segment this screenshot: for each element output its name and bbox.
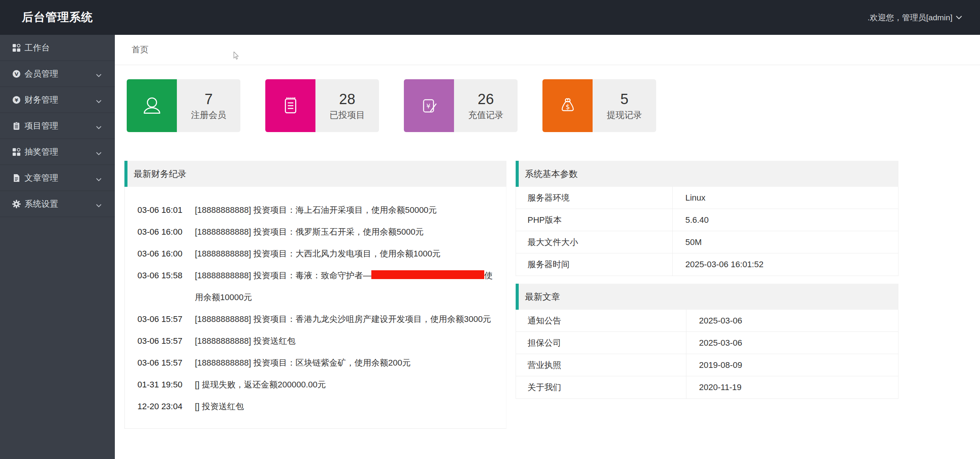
stat-card-invested[interactable]: 28 已投项目 bbox=[265, 79, 379, 132]
chevron-down-icon bbox=[956, 15, 962, 20]
table-row: PHP版本 5.6.40 bbox=[516, 209, 898, 231]
user-menu[interactable]: .欢迎您，管理员[admin] bbox=[867, 12, 980, 23]
member-circle-icon: V bbox=[12, 70, 21, 78]
record-text: [] 投资送红包 bbox=[195, 395, 498, 417]
record-date: 03-06 15:57 bbox=[137, 330, 195, 352]
chevron-down-icon bbox=[96, 202, 102, 209]
stat-label: 充值记录 bbox=[468, 109, 503, 121]
invest-clipboard-icon bbox=[265, 79, 315, 132]
finance-record-redacted: 03-06 15:58 [18888888888] 投资项目：毒液：致命守护者—… bbox=[137, 265, 498, 308]
sidebar-item-label: 系统设置 bbox=[24, 198, 58, 210]
sidebar-item-label: 会员管理 bbox=[24, 68, 58, 80]
stat-card-members[interactable]: 7 注册会员 bbox=[127, 79, 240, 132]
record-date: 12-20 23:04 bbox=[137, 395, 195, 417]
record-text: [18888888888] 投资送红包 bbox=[195, 330, 498, 352]
lottery-grid-icon bbox=[12, 148, 21, 156]
table-row: 服务器环境 Linux bbox=[516, 187, 898, 209]
record-date: 03-06 16:01 bbox=[137, 199, 195, 221]
right-column: 系统基本参数 服务器环境 Linux PHP版本 5.6.40 最大文件大小 5… bbox=[516, 161, 898, 399]
sidebar-item-finance[interactable]: ¥ 财务管理 bbox=[0, 87, 115, 113]
welcome-text: .欢迎您，管理员[admin] bbox=[867, 12, 952, 23]
article-title: 通知公告 bbox=[516, 310, 686, 332]
record-date: 03-06 16:00 bbox=[137, 243, 195, 265]
param-label: 最大文件大小 bbox=[516, 231, 673, 253]
sidebar-item-projects[interactable]: 项目管理 bbox=[0, 113, 115, 139]
param-value: 5.6.40 bbox=[673, 209, 898, 231]
sidebar-item-label: 项目管理 bbox=[24, 120, 58, 132]
table-row: 服务器时间 2025-03-06 16:01:52 bbox=[516, 253, 898, 276]
record-text: [18888888888] 投资项目：海上石油开采项目，使用余额50000元 bbox=[195, 199, 498, 221]
finance-record: 03-06 16:00 [18888888888] 投资项目：俄罗斯玉石开采，使… bbox=[137, 221, 498, 243]
param-value: Linux bbox=[673, 187, 898, 209]
record-text: [18888888888] 投资项目：大西北风力发电项目，使用余额1000元 bbox=[195, 243, 498, 265]
stat-label: 提现记录 bbox=[607, 109, 642, 121]
sidebar-item-lottery[interactable]: 抽奖管理 bbox=[0, 139, 115, 165]
param-value: 50M bbox=[673, 231, 898, 253]
article-date: 2019-08-09 bbox=[686, 354, 898, 376]
dashboard-icon bbox=[12, 44, 21, 52]
article-doc-icon bbox=[12, 174, 21, 182]
param-label: 服务器时间 bbox=[516, 253, 673, 276]
app-title: 后台管理系统 bbox=[0, 10, 93, 25]
finance-circle-icon: ¥ bbox=[12, 96, 21, 104]
system-params-panel: 系统基本参数 服务器环境 Linux PHP版本 5.6.40 最大文件大小 5… bbox=[516, 161, 898, 276]
article-date: 2020-11-19 bbox=[686, 376, 898, 399]
article-title: 关于我们 bbox=[516, 376, 686, 399]
system-params-table: 服务器环境 Linux PHP版本 5.6.40 最大文件大小 50M 服务器时… bbox=[516, 187, 898, 276]
finance-panel: 最新财务纪录 03-06 16:01 [18888888888] 投资项目：海上… bbox=[124, 161, 506, 429]
record-date: 03-06 15:57 bbox=[137, 308, 195, 330]
stat-card-withdraw[interactable]: $ 5 提现记录 bbox=[542, 79, 656, 132]
param-label: PHP版本 bbox=[516, 209, 673, 231]
finance-record: 03-06 16:01 [18888888888] 投资项目：海上石油开采项目，… bbox=[137, 199, 498, 221]
stat-label: 注册会员 bbox=[191, 109, 226, 121]
gear-icon bbox=[12, 200, 21, 208]
articles-panel-header: 最新文章 bbox=[516, 284, 898, 310]
sidebar-item-settings[interactable]: 系统设置 bbox=[0, 191, 115, 217]
stat-value: 26 bbox=[478, 91, 494, 108]
chevron-down-icon bbox=[96, 72, 102, 79]
record-date: 03-06 15:57 bbox=[137, 352, 195, 374]
articles-table: 通知公告 2025-03-06 担保公司 2025-03-06 营业执照 201… bbox=[516, 310, 898, 399]
svg-text:¥: ¥ bbox=[426, 103, 430, 110]
redaction-block bbox=[371, 270, 484, 279]
sidebar-item-label: 工作台 bbox=[24, 42, 50, 54]
finance-record: 03-06 15:57 [18888888888] 投资项目：区块链紫金矿，使用… bbox=[137, 352, 498, 374]
sidebar: 工作台 V 会员管理 ¥ 财务管理 bbox=[0, 35, 115, 459]
table-row[interactable]: 营业执照 2019-08-09 bbox=[516, 354, 898, 376]
stat-cards-row: 7 注册会员 28 已投项目 ¥ bbox=[127, 79, 980, 132]
table-row[interactable]: 通知公告 2025-03-06 bbox=[516, 310, 898, 332]
record-date: 03-06 16:00 bbox=[137, 221, 195, 243]
record-text: [18888888888] 投资项目：俄罗斯玉石开采，使用余额5000元 bbox=[195, 221, 498, 243]
record-text: [] 提现失败，返还金额200000.00元 bbox=[195, 374, 498, 395]
svg-text:¥: ¥ bbox=[15, 97, 18, 103]
table-row[interactable]: 关于我们 2020-11-19 bbox=[516, 376, 898, 399]
article-date: 2025-03-06 bbox=[686, 332, 898, 354]
finance-record: 03-06 15:57 [18888888888] 投资送红包 bbox=[137, 330, 498, 352]
sidebar-item-articles[interactable]: 文章管理 bbox=[0, 165, 115, 191]
chevron-down-icon bbox=[96, 150, 102, 157]
user-icon bbox=[127, 79, 177, 132]
system-panel-header: 系统基本参数 bbox=[516, 161, 898, 187]
param-value: 2025-03-06 16:01:52 bbox=[673, 253, 898, 276]
latest-articles-panel: 最新文章 通知公告 2025-03-06 担保公司 2025-03-06 营业执… bbox=[516, 284, 898, 399]
table-row[interactable]: 担保公司 2025-03-06 bbox=[516, 332, 898, 354]
tab-bar: 首页 bbox=[115, 35, 980, 65]
finance-record: 01-31 19:50 [] 提现失败，返还金额200000.00元 bbox=[137, 374, 498, 395]
panel-title: 最新财务纪录 bbox=[134, 168, 186, 180]
chevron-down-icon bbox=[96, 124, 102, 131]
finance-panel-header: 最新财务纪录 bbox=[124, 161, 506, 187]
tab-home[interactable]: 首页 bbox=[115, 44, 149, 56]
sidebar-item-workbench[interactable]: 工作台 bbox=[0, 35, 115, 61]
top-header-bar: 后台管理系统 .欢迎您，管理员[admin] bbox=[0, 0, 980, 35]
recharge-icon: ¥ bbox=[404, 79, 454, 132]
article-title: 担保公司 bbox=[516, 332, 686, 354]
article-date: 2025-03-06 bbox=[686, 310, 898, 332]
stat-value: 28 bbox=[339, 91, 355, 108]
mouse-cursor bbox=[232, 52, 240, 60]
moneybag-icon: $ bbox=[542, 79, 593, 132]
record-text: [18888888888] 投资项目：区块链紫金矿，使用余额200元 bbox=[195, 352, 498, 374]
stat-card-recharge[interactable]: ¥ 26 充值记录 bbox=[404, 79, 518, 132]
sidebar-item-members[interactable]: V 会员管理 bbox=[0, 61, 115, 87]
finance-record: 03-06 15:57 [18888888888] 投资项目：香港九龙尖沙咀房产… bbox=[137, 308, 498, 330]
main-content: 首页 7 注册会员 bbox=[115, 35, 980, 459]
